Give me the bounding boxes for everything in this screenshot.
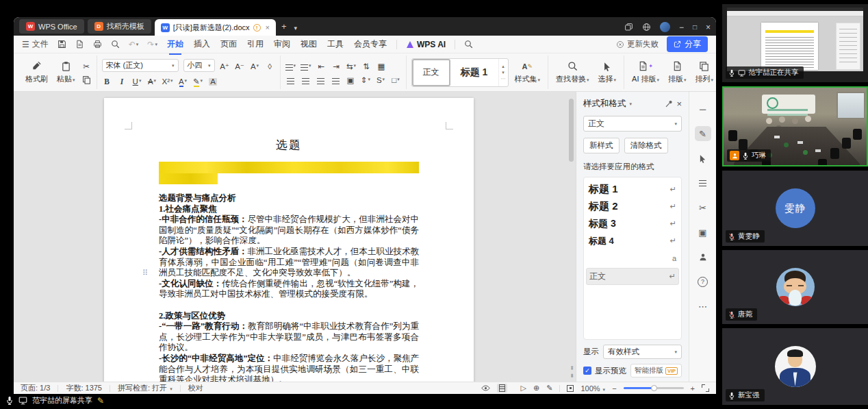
- tab-list-dropdown[interactable]: ▾: [292, 25, 300, 32]
- borders-button[interactable]: □▾: [391, 74, 401, 84]
- bullet-list-button[interactable]: ▾: [285, 60, 296, 71]
- increase-indent-button[interactable]: ⇥: [331, 60, 342, 71]
- text-direction-button[interactable]: ⇆▾: [346, 60, 357, 71]
- edit-pen-tool[interactable]: ✎: [695, 126, 711, 141]
- menu-insert[interactable]: 插入: [193, 37, 211, 51]
- undo-button[interactable]: ↶▾: [129, 40, 139, 49]
- update-status[interactable]: 更新失败: [616, 39, 659, 49]
- redo-button[interactable]: ↷▾: [147, 40, 157, 49]
- panel-close-icon[interactable]: ×: [676, 99, 682, 109]
- menu-member[interactable]: 会员专享: [353, 37, 387, 51]
- clear-format-button[interactable]: ◊: [265, 60, 275, 71]
- video-tile-meeting-room[interactable]: 巧琳: [722, 86, 868, 166]
- strikethrough-button[interactable]: A▾: [147, 75, 157, 86]
- panel-title-dropdown-icon[interactable]: ▾: [630, 101, 633, 107]
- layout-mode-icon[interactable]: [624, 23, 633, 32]
- video-tile-xinbaoqiang[interactable]: 新宝强: [722, 328, 868, 405]
- tab-close-icon[interactable]: ×: [266, 23, 270, 32]
- zoom-out-button[interactable]: −: [612, 384, 616, 393]
- ai-layout-button[interactable]: ✦ AI 排版▾: [629, 60, 662, 84]
- spellcheck-status[interactable]: 拼写检查: 打开 ▾: [118, 383, 173, 393]
- style-heading-1[interactable]: 标题 1: [450, 59, 498, 86]
- zoom-level[interactable]: 100% ▾: [580, 384, 605, 393]
- menu-reference[interactable]: 引用: [246, 37, 264, 51]
- highlight-button[interactable]: ✎▾: [193, 75, 203, 86]
- calculator-tool-icon[interactable]: ▣: [695, 225, 711, 240]
- reading-eye-icon[interactable]: [481, 384, 490, 393]
- page-indicator[interactable]: 页面: 1/3: [21, 383, 50, 393]
- tab-document[interactable]: W [只读]最新选题(2).docx ! ×: [155, 19, 276, 36]
- read-mode-icon[interactable]: ▷: [521, 384, 526, 393]
- zoom-slider[interactable]: [624, 387, 684, 389]
- screen-share-icon[interactable]: [18, 396, 27, 405]
- menu-page[interactable]: 页面: [220, 37, 238, 51]
- align-left-button[interactable]: [285, 74, 296, 84]
- previous-page-icon[interactable]: ⇞: [570, 365, 574, 371]
- style-item-heading1[interactable]: 标题 1↵: [589, 181, 676, 198]
- annotation-pencil-icon[interactable]: ✎: [97, 396, 104, 406]
- menu-view[interactable]: 视图: [300, 37, 318, 51]
- line-spacing-button[interactable]: ⇕▾: [361, 74, 371, 84]
- show-filter-select[interactable]: 有效样式▾: [603, 345, 682, 359]
- paste-button[interactable]: 粘贴▾: [54, 60, 78, 84]
- superscript-button[interactable]: X²▾: [162, 75, 173, 86]
- video-tile-huangwenjing[interactable]: 雯静 黄雯静: [722, 171, 868, 246]
- underline-button[interactable]: U▾: [132, 75, 142, 86]
- text-effects-button[interactable]: A▾: [250, 60, 260, 71]
- maximize-button[interactable]: □: [693, 23, 697, 31]
- paragraph-drag-handle-icon[interactable]: ⠿: [142, 269, 148, 277]
- shrink-font-button[interactable]: A⁻: [235, 60, 245, 71]
- select-tool-icon[interactable]: [695, 151, 711, 166]
- close-button[interactable]: ×: [706, 23, 711, 32]
- style-item-heading4[interactable]: 标题 4↵: [589, 232, 676, 249]
- arrange-button[interactable]: 排列▾: [693, 60, 716, 84]
- scrollbar-thumb[interactable]: [569, 99, 574, 162]
- font-color-button[interactable]: A▾: [178, 75, 188, 86]
- document-page[interactable]: 选题 选题背景与痛点分析 1.社会痛点聚焦 -中非合作的信任瓶颈：尽管中非经贸合…: [104, 98, 474, 382]
- preview-icon[interactable]: [111, 40, 120, 49]
- save-icon[interactable]: [58, 40, 66, 49]
- user-avatar[interactable]: [660, 22, 670, 32]
- proofread-button[interactable]: 校对: [188, 383, 203, 393]
- menu-review[interactable]: 审阅: [273, 37, 291, 51]
- next-page-icon[interactable]: ⇟: [570, 373, 574, 379]
- format-painter-button[interactable]: 格式刷: [23, 60, 51, 84]
- wps-ai-button[interactable]: WPS AI: [406, 40, 446, 49]
- copy-button[interactable]: [81, 74, 92, 84]
- numbered-list-button[interactable]: ▾: [301, 60, 311, 71]
- web-view-icon[interactable]: ⊕: [533, 384, 539, 393]
- current-style-select[interactable]: 正文 ▾: [583, 116, 682, 132]
- vertical-scrollbar[interactable]: [569, 97, 574, 364]
- print-icon[interactable]: [93, 40, 102, 49]
- gallery-up-icon[interactable]: ▴: [501, 64, 506, 69]
- page-view-button[interactable]: [497, 384, 507, 393]
- gallery-more-icon[interactable]: ⋯: [501, 76, 506, 82]
- file-menu[interactable]: ☰文件: [22, 38, 49, 50]
- align-justify-button[interactable]: [331, 74, 341, 84]
- adjust-tool-icon[interactable]: [695, 175, 711, 190]
- tab-wps-office[interactable]: W WPS Office: [19, 19, 84, 34]
- sort-button[interactable]: ⇅: [361, 60, 372, 71]
- style-item-heading3[interactable]: 标题 3↵: [589, 215, 676, 232]
- align-right-button[interactable]: [316, 74, 326, 84]
- new-style-button[interactable]: 新样式: [583, 138, 620, 153]
- columns-button[interactable]: ▦: [376, 60, 387, 71]
- tab-docer-templates[interactable]: D 找稻壳模板: [88, 19, 151, 34]
- globe-icon[interactable]: [642, 23, 651, 32]
- style-item-default-font[interactable]: a: [589, 249, 676, 267]
- font-size-select[interactable]: 小四▾: [183, 59, 215, 72]
- show-preview-checkbox[interactable]: ✓: [583, 367, 591, 375]
- style-item-heading2[interactable]: 标题 2↵: [589, 198, 676, 215]
- style-set-button[interactable]: A✎ 样式集▾: [512, 60, 544, 84]
- gallery-down-icon[interactable]: ▾: [501, 70, 506, 75]
- tools-icon[interactable]: ✂: [695, 200, 711, 215]
- document-icon[interactable]: [75, 40, 84, 49]
- italic-button[interactable]: I: [117, 75, 127, 86]
- menu-tools[interactable]: 工具: [327, 37, 344, 51]
- align-center-button[interactable]: [301, 74, 311, 84]
- zoom-in-button[interactable]: +: [691, 384, 695, 393]
- cut-button[interactable]: ✂: [81, 60, 92, 71]
- help-icon[interactable]: ?: [695, 274, 711, 289]
- more-tools-icon[interactable]: ⋯: [695, 299, 711, 314]
- menu-home[interactable]: 开始: [166, 37, 184, 51]
